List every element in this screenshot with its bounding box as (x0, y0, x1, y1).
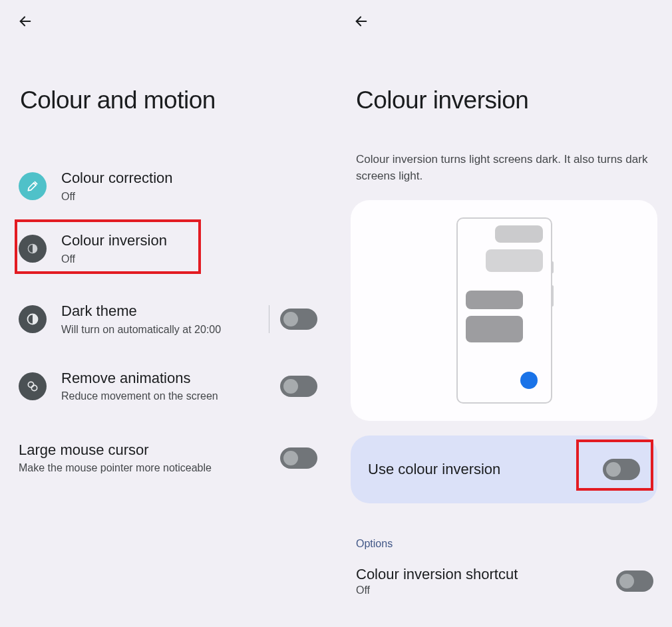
remove-animations-item[interactable]: Remove animations Reduce movement on the… (0, 349, 336, 416)
page-title: Colour and motion (20, 86, 336, 114)
large-cursor-toggle[interactable] (280, 447, 317, 469)
dark-theme-icon (19, 305, 47, 333)
shortcut-title: Colour inversion shortcut (356, 566, 616, 583)
item-title: Large mouse cursor (19, 441, 280, 460)
item-status: Make the mouse pointer more noticeable (19, 461, 280, 475)
item-status: Off (61, 189, 317, 204)
eyedropper-icon (19, 172, 47, 200)
colour-inversion-shortcut-item[interactable]: Colour inversion shortcut Off (336, 550, 672, 596)
back-button[interactable] (12, 8, 39, 35)
use-colour-inversion-item[interactable]: Use colour inversion (351, 436, 657, 503)
preview-card (351, 200, 657, 421)
colour-and-motion-screen: Colour and motion Colour correction Off … (0, 0, 336, 627)
svg-point-3 (28, 382, 33, 387)
colour-inversion-screen: Colour inversion Colour inversion turns … (336, 0, 672, 627)
shortcut-status: Off (356, 584, 616, 596)
settings-list: Colour correction Off Colour inversion O… (0, 157, 336, 487)
dark-theme-item[interactable]: Dark theme Will turn on automatically at… (0, 282, 336, 348)
dark-theme-toggle[interactable] (280, 309, 317, 330)
item-title: Remove animations (61, 369, 280, 388)
remove-animations-toggle[interactable] (280, 376, 317, 397)
use-colour-inversion-toggle[interactable] (603, 459, 640, 480)
shortcut-toggle[interactable] (616, 570, 653, 592)
item-status: Will turn on automatically at 20:00 (61, 322, 262, 337)
svg-point-4 (31, 385, 37, 390)
large-mouse-cursor-item[interactable]: Large mouse cursor Make the mouse pointe… (0, 416, 336, 487)
back-button[interactable] (348, 8, 375, 35)
item-title: Dark theme (61, 302, 262, 321)
description-text: Colour inversion turns light screens dar… (356, 152, 652, 184)
item-title: Colour correction (61, 169, 317, 188)
options-header: Options (356, 538, 672, 550)
phone-illustration (456, 217, 552, 404)
page-title: Colour inversion (356, 86, 672, 114)
colour-inversion-item[interactable]: Colour inversion Off (0, 215, 336, 282)
divider (269, 305, 269, 333)
use-colour-inversion-label: Use colour inversion (368, 461, 603, 478)
item-status: Reduce movement on the screen (61, 389, 280, 404)
back-arrow-icon (18, 14, 33, 29)
item-status: Off (61, 252, 317, 267)
animations-icon (19, 372, 47, 400)
invert-icon (19, 235, 47, 263)
colour-correction-item[interactable]: Colour correction Off (0, 157, 336, 215)
item-title: Colour inversion (61, 231, 317, 251)
back-arrow-icon (354, 14, 369, 29)
